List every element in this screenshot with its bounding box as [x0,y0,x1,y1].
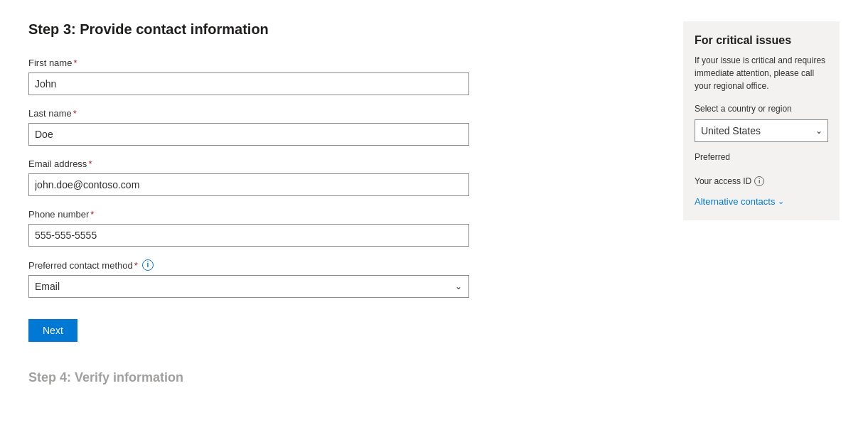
email-input[interactable] [28,173,469,196]
email-label: Email address* [28,158,512,169]
access-id-info-icon[interactable]: i [754,176,764,186]
last-name-group: Last name* [28,108,512,146]
preferred-method-select-wrapper: Email Phone ⌄ [28,275,469,298]
first-name-label: First name* [28,58,512,68]
step4-title: Step 4: Verify information [28,370,512,385]
alt-contacts-chevron-icon: ⌄ [778,197,784,206]
phone-group: Phone number* [28,209,512,247]
first-name-group: First name* [28,58,512,95]
preferred-method-label: Preferred contact method* [28,260,138,271]
critical-issues-box: For critical issues If your issue is cri… [683,21,840,220]
phone-input[interactable] [28,224,469,247]
sidebar: For critical issues If your issue is cri… [683,21,840,404]
preferred-method-select[interactable]: Email Phone [28,275,469,298]
alternative-contacts-link[interactable]: Alternative contacts ⌄ [695,196,828,207]
phone-label: Phone number* [28,209,512,220]
country-select-wrapper: United States Canada United Kingdom Aust… [695,119,828,142]
critical-description: If your issue is critical and requires i… [695,54,828,92]
step3-title: Step 3: Provide contact information [28,21,512,38]
access-id-label: Your access ID i [695,176,828,186]
last-name-label: Last name* [28,108,512,119]
preferred-label: Preferred [695,152,828,162]
preferred-method-group: Preferred contact method* i Email Phone … [28,259,512,298]
last-name-input[interactable] [28,123,469,146]
email-group: Email address* [28,158,512,196]
main-form: Step 3: Provide contact information Firs… [28,21,512,404]
country-select-label: Select a country or region [695,104,828,114]
next-button[interactable]: Next [28,319,77,342]
preferred-method-info-icon[interactable]: i [142,259,154,271]
first-name-input[interactable] [28,72,469,95]
country-select[interactable]: United States Canada United Kingdom Aust… [695,119,828,142]
critical-title: For critical issues [695,34,828,47]
